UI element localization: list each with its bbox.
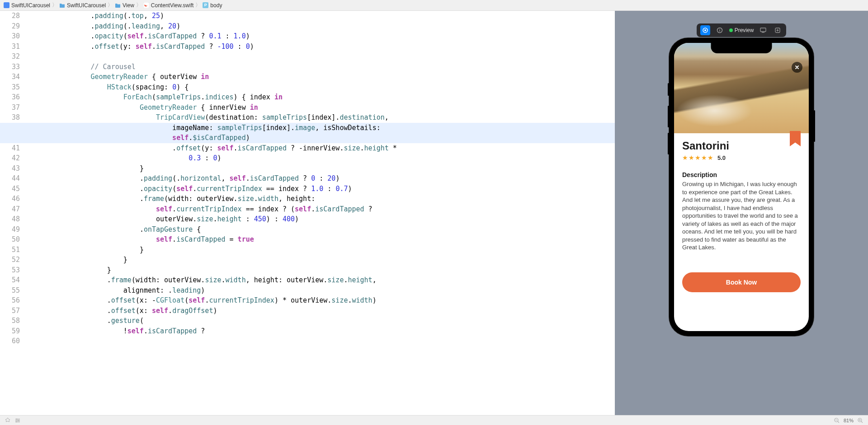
project-icon: [4, 2, 9, 8]
trip-rating: ★★★★★ 5.0: [682, 154, 801, 161]
svg-point-2: [704, 29, 706, 31]
selectable-preview-button[interactable]: [715, 25, 725, 35]
zoom-out-icon[interactable]: [834, 417, 840, 424]
breadcrumb-separator: 〉: [51, 1, 58, 9]
breadcrumb-item[interactable]: Pbody: [202, 2, 223, 9]
pin-icon[interactable]: [5, 417, 11, 424]
book-now-button[interactable]: Book Now: [682, 272, 801, 292]
code-editor[interactable]: 2829303132333435363738394041424344454647…: [0, 11, 615, 415]
svg-point-11: [16, 421, 17, 422]
preview-canvas: Preview Santo: [615, 11, 868, 415]
svg-rect-6: [760, 28, 766, 32]
breadcrumb-item[interactable]: ContentView.swift: [142, 2, 195, 9]
device-screen[interactable]: Santorini ★★★★★ 5.0 Description Growing …: [674, 43, 809, 331]
code-area[interactable]: .padding(.top, 25) .padding(.leading, 20…: [25, 11, 615, 415]
preview-toolbar: Preview: [697, 23, 787, 37]
preview-status: Preview: [729, 27, 754, 33]
rating-value: 5.0: [717, 154, 726, 161]
svg-rect-7: [762, 32, 764, 33]
breadcrumb-item[interactable]: SwiftUICarousel: [58, 2, 107, 9]
swift-file-icon: [143, 2, 149, 8]
adjust-icon[interactable]: [14, 417, 21, 424]
svg-rect-5: [719, 30, 720, 32]
preview-label: Preview: [735, 27, 754, 33]
breadcrumb-item[interactable]: View: [114, 2, 135, 9]
line-gutter: 2829303132333435363738394041424344454647…: [0, 11, 25, 415]
breadcrumb-separator: 〉: [194, 1, 202, 9]
svg-rect-0: [143, 2, 149, 8]
trip-hero-image: [674, 43, 809, 133]
svg-rect-4: [719, 29, 720, 29]
breadcrumb-separator: 〉: [107, 1, 114, 9]
close-icon: [794, 65, 800, 70]
svg-point-10: [18, 420, 19, 421]
stars-icon: ★★★★★: [682, 154, 714, 161]
folder-icon: [59, 2, 65, 8]
status-dot-icon: [729, 28, 733, 32]
close-button[interactable]: [792, 62, 802, 73]
svg-point-9: [16, 418, 18, 420]
add-preview-button[interactable]: [773, 25, 783, 35]
device-frame: Santorini ★★★★★ 5.0 Description Growing …: [669, 38, 814, 336]
trip-title: Santorini: [682, 140, 801, 152]
property-icon: P: [203, 2, 208, 8]
breadcrumb-separator: 〉: [135, 1, 142, 9]
zoom-in-icon[interactable]: [857, 417, 863, 424]
breadcrumb: SwiftUICarousel〉SwiftUICarousel〉View〉Con…: [0, 0, 868, 11]
device-notch: [711, 42, 772, 53]
live-preview-button[interactable]: [700, 25, 710, 35]
description-heading: Description: [682, 171, 801, 178]
breadcrumb-item[interactable]: SwiftUICarousel: [3, 2, 51, 9]
zoom-level: 81%: [844, 418, 854, 423]
description-body: Growing up in Michigan, I was lucky enou…: [682, 180, 801, 252]
device-settings-button[interactable]: [758, 25, 768, 35]
folder-icon: [115, 2, 121, 8]
status-bar: 81%: [0, 415, 868, 425]
